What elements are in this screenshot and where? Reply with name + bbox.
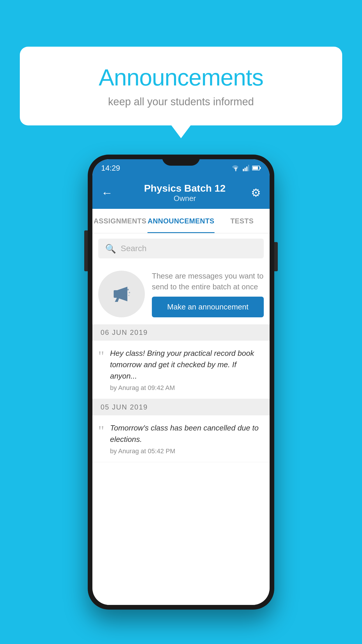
svg-point-11 [128, 295, 129, 296]
megaphone-icon [108, 281, 135, 307]
tab-announcements[interactable]: ANNOUNCEMENTS [147, 209, 214, 233]
speech-bubble-subtitle: keep all your students informed [43, 96, 319, 108]
announcement-item-2[interactable]: " Tomorrow's class has been cancelled du… [92, 415, 270, 462]
svg-point-9 [127, 289, 129, 290]
speech-bubble-title: Announcements [43, 64, 319, 91]
svg-rect-4 [248, 165, 249, 171]
announcement-text-group-1: Hey class! Bring your practical record b… [110, 348, 264, 392]
announcement-text-1: Hey class! Bring your practical record b… [110, 348, 264, 382]
svg-rect-3 [246, 167, 247, 171]
quote-icon-2: " [98, 424, 104, 438]
back-button[interactable]: ← [101, 186, 113, 200]
speech-bubble-container: Announcements keep all your students inf… [20, 47, 342, 125]
announcement-meta-1: by Anurag at 09:42 AM [110, 384, 264, 392]
screen-content: 🔍 Search [92, 233, 270, 605]
phone-screen: 14:29 [92, 159, 270, 605]
status-time: 14:29 [101, 164, 120, 173]
announcement-item-1[interactable]: " Hey class! Bring your practical record… [92, 341, 270, 399]
search-icon: 🔍 [105, 244, 116, 254]
app-bar-title: Physics Batch 12 [119, 183, 251, 194]
search-bar-wrapper: 🔍 Search [92, 233, 270, 264]
svg-point-0 [235, 170, 236, 171]
announcement-promo: These are messages you want to send to t… [92, 264, 270, 324]
svg-rect-2 [245, 168, 246, 171]
search-bar[interactable]: 🔍 Search [98, 239, 264, 258]
phone-outer: 14:29 [88, 155, 274, 610]
wifi-icon [232, 165, 240, 171]
speech-bubble: Announcements keep all your students inf… [20, 47, 342, 125]
tab-assignments[interactable]: ASSIGNMENTS [92, 209, 147, 233]
status-icons [232, 165, 261, 171]
phone-notch [162, 155, 200, 166]
svg-rect-6 [260, 167, 261, 169]
promo-icon-circle [98, 271, 145, 317]
search-input-placeholder: Search [121, 244, 147, 253]
phone-mockup: 14:29 [88, 155, 274, 610]
announcement-text-group-2: Tomorrow's class has been cancelled due … [110, 422, 264, 455]
tabs-bar: ASSIGNMENTS ANNOUNCEMENTS TESTS [92, 209, 270, 233]
tab-tests[interactable]: TESTS [215, 209, 270, 233]
date-separator-1: 06 JUN 2019 [92, 324, 270, 341]
app-bar: ← Physics Batch 12 Owner ⚙ [92, 177, 270, 209]
svg-rect-1 [243, 169, 244, 171]
quote-icon-1: " [98, 349, 104, 363]
announcement-meta-2: by Anurag at 05:42 PM [110, 447, 264, 455]
svg-rect-8 [114, 290, 118, 298]
signal-icon [243, 165, 249, 171]
announcement-text-2: Tomorrow's class has been cancelled due … [110, 422, 264, 445]
settings-icon[interactable]: ⚙ [251, 186, 261, 199]
app-bar-title-group: Physics Batch 12 Owner [119, 183, 251, 203]
svg-rect-7 [253, 167, 258, 169]
promo-right: These are messages you want to send to t… [152, 271, 264, 317]
svg-point-10 [129, 292, 130, 293]
battery-icon [252, 165, 261, 171]
app-bar-subtitle: Owner [119, 194, 251, 203]
promo-description: These are messages you want to send to t… [152, 271, 264, 292]
make-announcement-button[interactable]: Make an announcement [152, 297, 264, 317]
date-separator-2: 05 JUN 2019 [92, 399, 270, 415]
